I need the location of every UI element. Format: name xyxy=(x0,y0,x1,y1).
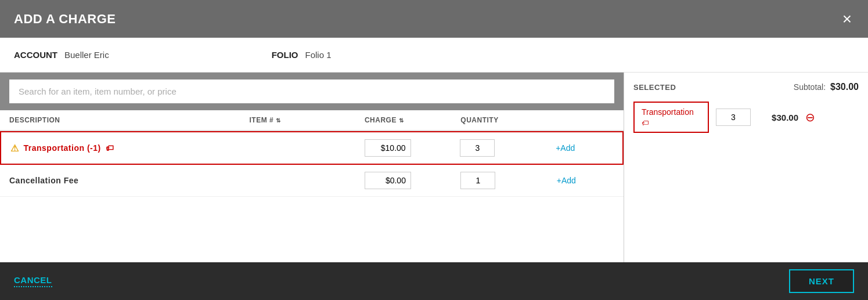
row-description-2: Cancellation Fee xyxy=(9,176,249,185)
subtotal-value: $30.00 xyxy=(830,82,859,92)
remove-item-button[interactable]: ⊖ xyxy=(805,111,815,123)
cancel-button[interactable]: CANCEL xyxy=(14,275,52,287)
row-quantity-2 xyxy=(460,172,556,189)
modal-title: ADD A CHARGE xyxy=(14,12,116,27)
row-action-2: +Add xyxy=(557,175,614,186)
next-button[interactable]: NEXT xyxy=(789,269,854,293)
left-panel: DESCRIPTION ITEM # ⇅ CHARGE ⇅ QUANTITY ⚠ xyxy=(0,73,624,262)
col-quantity-header: QUANTITY xyxy=(460,116,556,124)
selected-qty-input[interactable] xyxy=(716,109,751,126)
selected-price: $30.00 xyxy=(758,113,798,122)
modal-header: ADD A CHARGE × xyxy=(0,0,868,38)
item-sort-icon[interactable]: ⇅ xyxy=(276,117,281,124)
row-charge-1 xyxy=(365,139,460,157)
account-label: ACCOUNT xyxy=(14,50,57,60)
table-body: ⚠ Transportation (-1) 🏷 +Add xyxy=(0,131,624,262)
row-charge-2 xyxy=(365,172,460,189)
account-value: Bueller Eric xyxy=(64,50,109,60)
quantity-input-2[interactable] xyxy=(460,172,495,189)
folio-label: FOLIO xyxy=(272,50,298,60)
add-charge-modal: ADD A CHARGE × ACCOUNT Bueller Eric FOLI… xyxy=(0,0,868,300)
quantity-input-1[interactable] xyxy=(460,139,495,157)
folio-section: FOLIO Folio 1 xyxy=(272,50,332,60)
charge-input-2[interactable] xyxy=(365,172,411,189)
account-section: ACCOUNT Bueller Eric xyxy=(14,50,109,60)
table-row: Cancellation Fee +Add xyxy=(0,165,624,197)
subtotal-section: Subtotal: $30.00 xyxy=(794,82,859,92)
selected-item: Transportation 🏷 $30.00 ⊖ xyxy=(633,102,859,133)
folio-value: Folio 1 xyxy=(305,50,332,60)
modal-footer: CANCEL NEXT xyxy=(0,262,868,300)
search-wrapper xyxy=(0,73,624,110)
row-quantity-1 xyxy=(460,139,556,157)
add-button-2[interactable]: +Add xyxy=(557,176,576,185)
selected-item-label: Transportation xyxy=(642,107,701,117)
selected-item-name: Transportation 🏷 xyxy=(633,102,709,133)
selected-header: SELECTED Subtotal: $30.00 xyxy=(633,82,859,92)
row-desc-text-2: Cancellation Fee xyxy=(9,176,78,185)
table-header: DESCRIPTION ITEM # ⇅ CHARGE ⇅ QUANTITY xyxy=(0,110,624,131)
search-input[interactable] xyxy=(9,79,614,103)
table-row: ⚠ Transportation (-1) 🏷 +Add xyxy=(0,131,624,165)
modal-subheader: ACCOUNT Bueller Eric FOLIO Folio 1 xyxy=(0,38,868,73)
row-desc-text-1: Transportation (-1) xyxy=(24,143,101,153)
selected-tag-icon: 🏷 xyxy=(642,119,701,127)
right-panel: SELECTED Subtotal: $30.00 Transportation… xyxy=(624,73,868,262)
close-button[interactable]: × xyxy=(840,11,854,27)
modal-body: DESCRIPTION ITEM # ⇅ CHARGE ⇅ QUANTITY ⚠ xyxy=(0,73,868,262)
row-action-1: +Add xyxy=(556,143,613,153)
add-button-1[interactable]: +Add xyxy=(556,143,575,153)
charge-input-1[interactable] xyxy=(365,139,411,157)
row-description-1: ⚠ Transportation (-1) 🏷 xyxy=(10,143,250,154)
charge-sort-icon[interactable]: ⇅ xyxy=(399,117,404,124)
warning-icon: ⚠ xyxy=(10,143,19,154)
tag-icon-1: 🏷 xyxy=(106,143,114,153)
col-charge-header: CHARGE ⇅ xyxy=(365,116,460,124)
col-description-header: DESCRIPTION xyxy=(9,116,249,124)
col-item-header: ITEM # ⇅ xyxy=(249,116,364,124)
selected-label: SELECTED xyxy=(633,83,676,92)
subtotal-label: Subtotal: xyxy=(794,82,826,92)
